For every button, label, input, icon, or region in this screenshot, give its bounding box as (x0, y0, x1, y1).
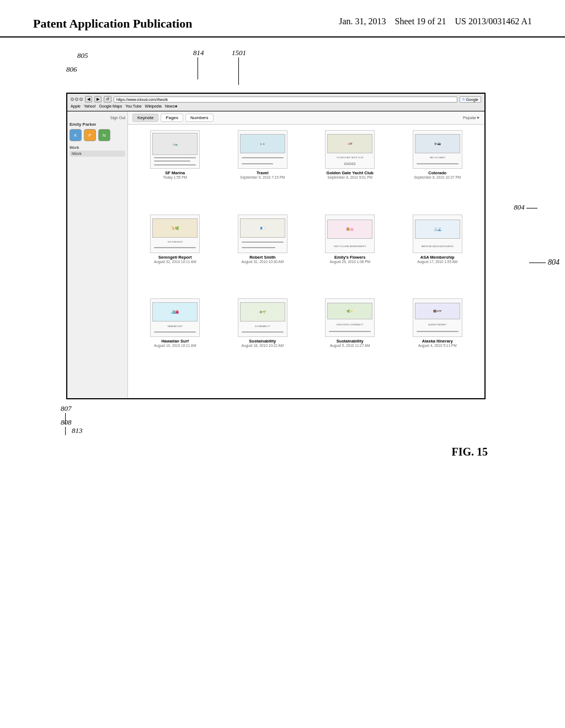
doc-title-colorado: Colorado (428, 170, 446, 175)
app-icons-row: K P N (70, 129, 125, 141)
sidebar: Sign Out Emily Parker K P N Work iWork (67, 111, 128, 398)
doc-card-robert-smith[interactable]: 👤📄 Robert Smith August 31, 2010 10:30 AM (221, 215, 305, 295)
bookmark-google-maps[interactable]: Google Maps (99, 104, 122, 109)
doc-card-colorado[interactable]: ⛷🏔 VAIL COLORADO Colorado September 8, 2… (396, 130, 479, 210)
doc-card-sustainability-green[interactable]: 🌿⚡ GREEN ENERGY SUSTAINABILITY Sustainab… (308, 298, 392, 378)
main-content: 814 1501 805 806 804 (0, 38, 565, 469)
doc-date-golden-gate: September 8, 2010 9:01 PM (328, 175, 372, 179)
doc-card-emilys-flowers[interactable]: 💐🌸 EMILY'S FLORAL ARRANGEMENTS Emily's F… (308, 215, 392, 295)
doc-title-sustainability: Sustainability (249, 339, 276, 344)
icloud-area: Sign Out Emily Parker K P N Work iWork (67, 111, 484, 398)
doc-date-hawaiian-surf: August 10, 2010 10:11 AM (154, 344, 196, 347)
ref-1501: 1501 (232, 49, 246, 85)
doc-date-robert-smith: August 31, 2010 10:30 AM (241, 260, 284, 264)
doc-date-alaska-itinerary: August 4, 2010 5:11 PM (418, 344, 457, 347)
bookmark-news[interactable]: News★ (165, 104, 178, 109)
doc-title-asa-membership: ASA Membership (420, 255, 455, 260)
username: Emily Parker (70, 122, 125, 127)
doc-card-hawaiian-surf[interactable]: 🏄🌺 HAWAIIAN SURF Hawaiian Surf August 10… (134, 298, 217, 378)
doc-thumb-emilys-flowers: 💐🌸 EMILY'S FLORAL ARRANGEMENTS (325, 215, 375, 253)
bookmark-yahoo[interactable]: Yahoo! (84, 104, 96, 109)
ref-813: 813 (72, 426, 83, 435)
doc-date-sf-marina: Today 1:55 PM (163, 175, 187, 179)
doc-title-sustainability-green: Sustainability (337, 339, 364, 344)
doc-date-emilys-flowers: August 26, 2010 1:08 PM (330, 260, 370, 264)
tabs-row: Keynote Pages Numbers Popular▼ (128, 111, 484, 125)
doc-title-hawaiian-surf: Hawaiian Surf (161, 339, 189, 344)
google-search[interactable]: G Google (460, 97, 481, 103)
sign-out[interactable]: Sign Out (70, 116, 125, 120)
figure-container: 804 ◀ ▶ ↺ https://www.icloud.com/#iwork (33, 93, 532, 399)
patent-info: Jan. 31, 2013 Sheet 19 of 21 US 2013/003… (339, 17, 532, 26)
doc-thumb-colorado: ⛷🏔 VAIL COLORADO (413, 130, 462, 169)
tab-numbers[interactable]: Numbers (185, 114, 213, 122)
doc-thumb-sf-marina: ⚓🏊 (150, 130, 200, 169)
doc-title-robert-smith: Robert Smith (249, 255, 275, 260)
doc-date-serengeti: August 31, 2010 10:11 AM (154, 260, 196, 264)
doc-thumb-serengeti: 🦒🌿 THE SERENGETI (150, 215, 200, 253)
doc-card-sustainability[interactable]: ♻🌱 SUSTAINABILITY Sustainability August … (221, 298, 305, 378)
tab-keynote[interactable]: Keynote (132, 114, 158, 122)
ref-labels-top: 814 1501 805 806 (33, 49, 532, 93)
numbers-app-icon[interactable]: N (98, 129, 110, 141)
patent-header: Patent Application Publication Jan. 31, … (0, 0, 565, 38)
forward-button[interactable]: ▶ (94, 96, 102, 103)
device-frame: ◀ ▶ ↺ https://www.icloud.com/#iwork G Go… (66, 93, 486, 399)
doc-title-travel: Travel (257, 170, 269, 175)
patent-date: Jan. 31, 2013 (339, 17, 386, 26)
sidebar-item-iwork[interactable]: iWork (70, 151, 125, 157)
doc-card-alaska-itinerary[interactable]: 🐻❄🗺 ALASKA ITINERARY Alaska Itinerary Au… (396, 298, 479, 378)
doc-title-golden-gate: Golden Gate Yacht Club (327, 170, 374, 175)
address-bar[interactable]: https://www.icloud.com/#iwork (114, 97, 457, 103)
doc-date-travel: September 9, 2010 7:15 PM (240, 175, 285, 179)
doc-thumb-sustainability-green: 🌿⚡ GREEN ENERGY SUSTAINABILITY (325, 298, 375, 337)
tab-pages[interactable]: Pages (161, 114, 183, 122)
doc-date-asa-membership: August 17, 2010 1:55 AM (417, 260, 457, 264)
bookmark-apple[interactable]: Apple (71, 104, 81, 109)
doc-date-sustainability: August 18, 2010 10:22 AM (241, 344, 284, 347)
sidebar-section-work: Work (70, 146, 125, 149)
dot-red[interactable] (71, 98, 74, 101)
doc-title-alaska-itinerary: Alaska Itinerary (422, 339, 453, 344)
ref-814: 814 (193, 49, 204, 79)
doc-thumb-sustainability: ♻🌱 SUSTAINABILITY (238, 298, 287, 337)
keynote-app-icon[interactable]: K (70, 129, 82, 141)
ref-804: 804 (514, 203, 537, 212)
doc-thumb-alaska-itinerary: 🐻❄🗺 ALASKA ITINERARY (413, 298, 462, 337)
patent-title: Patent Application Publication (33, 17, 192, 31)
reload-button[interactable]: ↺ (104, 96, 111, 103)
google-logo: G (462, 98, 465, 101)
ref-808: 808 (61, 418, 72, 435)
doc-date-colorado: September 8, 2010 10:27 PM (414, 175, 461, 179)
doc-grid: ⚓🏊 SF Marina Today 1:55 PM (128, 125, 484, 384)
doc-thumb-robert-smith: 👤📄 (238, 215, 287, 253)
search-input-placeholder[interactable]: Google (466, 98, 478, 101)
pages-app-icon[interactable]: P (84, 129, 96, 141)
doc-card-golden-gate[interactable]: ⛵🏛 GOLDEN GATE YACHT CLUB (308, 130, 392, 210)
ref-806: 806 (66, 65, 77, 74)
doc-title-emilys-flowers: Emily's Flowers (334, 255, 365, 260)
doc-title-serengeti: Serengeti Report (158, 255, 191, 260)
doc-date-sustainability-green: August 5, 2010 11:27 AM (330, 344, 370, 347)
bookmark-wikipedia[interactable]: Wikipedia (145, 104, 162, 109)
patent-sheet: Sheet 19 of 21 (395, 17, 446, 26)
sort-label[interactable]: Popular▼ (463, 116, 480, 120)
doc-card-travel[interactable]: ✈ ✦ Travel September 9, 2010 7:15 PM (221, 130, 305, 210)
browser-toolbar: ◀ ▶ ↺ https://www.icloud.com/#iwork G Go… (71, 96, 481, 103)
doc-card-asa-membership[interactable]: ⚓🌊 AMERICAN SAILING ASSOCIATION ASA Memb… (396, 215, 479, 295)
browser-dots (71, 98, 83, 101)
ref-805: 805 (77, 51, 88, 60)
browser-bookmarks: Apple Yahoo! Google Maps You Tube Wikipe… (71, 104, 481, 109)
back-button[interactable]: ◀ (85, 96, 92, 103)
dot-green[interactable] (79, 98, 83, 101)
doc-thumb-golden-gate: ⛵🏛 GOLDEN GATE YACHT CLUB (325, 130, 375, 169)
doc-card-serengeti[interactable]: 🦒🌿 THE SERENGETI Serengeti Report August… (134, 215, 217, 295)
browser-chrome: ◀ ▶ ↺ https://www.icloud.com/#iwork G Go… (67, 94, 484, 111)
bookmark-youtube[interactable]: You Tube (125, 104, 141, 109)
doc-card-sf-marina[interactable]: ⚓🏊 SF Marina Today 1:55 PM (134, 130, 217, 210)
ref-804-label: 804 (529, 258, 559, 267)
doc-thumb-asa-membership: ⚓🌊 AMERICAN SAILING ASSOCIATION (413, 215, 462, 253)
doc-thumb-travel: ✈ ✦ (238, 130, 287, 169)
dot-yellow[interactable] (75, 98, 78, 101)
patent-number: US 2013/0031462 A1 (455, 17, 532, 26)
